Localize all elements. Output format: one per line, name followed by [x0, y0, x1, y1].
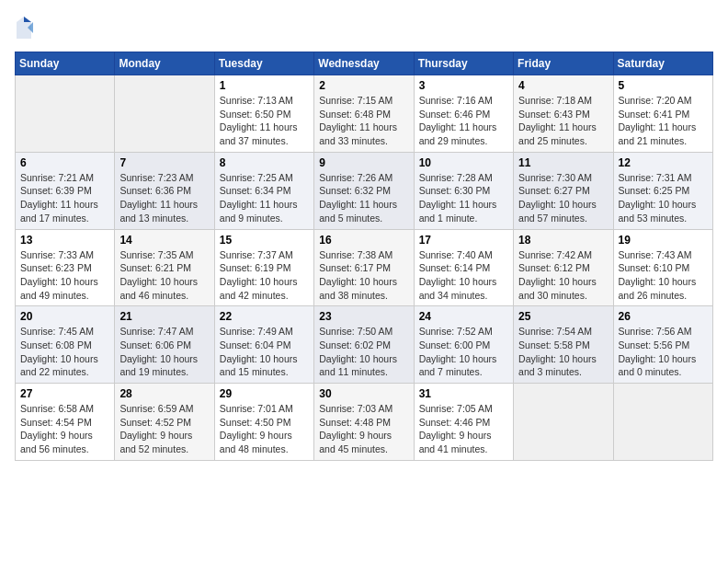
day-number: 19 — [619, 234, 708, 247]
day-info: Sunrise: 7:13 AMSunset: 6:50 PMDaylight:… — [220, 94, 309, 148]
day-number: 24 — [419, 310, 508, 323]
calendar-day-cell — [115, 75, 214, 153]
day-number: 27 — [20, 387, 109, 400]
logo — [15, 15, 37, 40]
day-number: 3 — [419, 79, 508, 92]
calendar-week-row: 20Sunrise: 7:45 AMSunset: 6:08 PMDayligh… — [16, 306, 713, 384]
day-number: 7 — [119, 156, 209, 169]
day-number: 5 — [619, 79, 708, 92]
calendar-day-cell — [613, 384, 712, 461]
calendar-day-cell: 23Sunrise: 7:50 AMSunset: 6:02 PMDayligh… — [314, 306, 414, 384]
calendar-day-cell: 4Sunrise: 7:18 AMSunset: 6:43 PMDaylight… — [514, 75, 613, 153]
day-of-week-header: Monday — [115, 52, 214, 75]
day-number: 21 — [119, 310, 209, 323]
day-info: Sunrise: 7:38 AMSunset: 6:17 PMDaylight:… — [319, 248, 408, 303]
calendar-table: SundayMondayTuesdayWednesdayThursdayFrid… — [15, 52, 713, 461]
day-number: 31 — [419, 387, 508, 400]
day-number: 28 — [119, 387, 209, 400]
day-info: Sunrise: 7:40 AMSunset: 6:14 PMDaylight:… — [419, 248, 508, 303]
calendar-day-cell: 6Sunrise: 7:21 AMSunset: 6:39 PMDaylight… — [16, 152, 115, 229]
calendar-day-cell: 7Sunrise: 7:23 AMSunset: 6:36 PMDaylight… — [115, 152, 214, 229]
day-info: Sunrise: 7:16 AMSunset: 6:46 PMDaylight:… — [419, 94, 508, 148]
calendar-week-row: 13Sunrise: 7:33 AMSunset: 6:23 PMDayligh… — [16, 229, 713, 306]
calendar-day-cell: 1Sunrise: 7:13 AMSunset: 6:50 PMDaylight… — [214, 75, 313, 153]
calendar-day-cell: 27Sunrise: 6:58 AMSunset: 4:54 PMDayligh… — [16, 384, 115, 461]
day-number: 17 — [419, 234, 508, 247]
calendar-day-cell: 30Sunrise: 7:03 AMSunset: 4:48 PMDayligh… — [314, 384, 414, 461]
calendar-day-cell: 20Sunrise: 7:45 AMSunset: 6:08 PMDayligh… — [16, 306, 115, 384]
day-info: Sunrise: 7:31 AMSunset: 6:25 PMDaylight:… — [619, 171, 708, 225]
day-of-week-header: Saturday — [613, 52, 712, 75]
day-info: Sunrise: 7:56 AMSunset: 5:56 PMDaylight:… — [619, 325, 708, 379]
day-info: Sunrise: 6:58 AMSunset: 4:54 PMDaylight:… — [20, 402, 109, 456]
day-number: 16 — [319, 234, 408, 247]
calendar-day-cell: 3Sunrise: 7:16 AMSunset: 6:46 PMDaylight… — [414, 75, 513, 153]
day-info: Sunrise: 7:50 AMSunset: 6:02 PMDaylight:… — [319, 325, 408, 379]
day-info: Sunrise: 7:23 AMSunset: 6:36 PMDaylight:… — [119, 171, 209, 225]
calendar-day-cell: 2Sunrise: 7:15 AMSunset: 6:48 PMDaylight… — [314, 75, 414, 153]
day-info: Sunrise: 7:54 AMSunset: 5:58 PMDaylight:… — [518, 325, 608, 379]
day-of-week-header: Tuesday — [214, 52, 313, 75]
day-info: Sunrise: 7:18 AMSunset: 6:43 PMDaylight:… — [518, 94, 608, 148]
day-info: Sunrise: 7:21 AMSunset: 6:39 PMDaylight:… — [20, 171, 109, 225]
day-number: 6 — [20, 156, 109, 169]
svg-marker-1 — [24, 17, 31, 22]
day-info: Sunrise: 7:37 AMSunset: 6:19 PMDaylight:… — [220, 248, 309, 303]
day-info: Sunrise: 6:59 AMSunset: 4:52 PMDaylight:… — [119, 402, 209, 456]
day-info: Sunrise: 7:47 AMSunset: 6:06 PMDaylight:… — [119, 325, 209, 379]
day-number: 20 — [20, 310, 109, 323]
calendar-day-cell: 19Sunrise: 7:43 AMSunset: 6:10 PMDayligh… — [613, 229, 712, 306]
day-of-week-header: Wednesday — [314, 52, 414, 75]
day-of-week-header: Sunday — [16, 52, 115, 75]
day-info: Sunrise: 7:49 AMSunset: 6:04 PMDaylight:… — [220, 325, 309, 379]
day-info: Sunrise: 7:42 AMSunset: 6:12 PMDaylight:… — [518, 248, 608, 303]
day-number: 25 — [518, 310, 608, 323]
day-info: Sunrise: 7:26 AMSunset: 6:32 PMDaylight:… — [319, 171, 408, 225]
day-info: Sunrise: 7:45 AMSunset: 6:08 PMDaylight:… — [20, 325, 109, 379]
calendar-day-cell: 15Sunrise: 7:37 AMSunset: 6:19 PMDayligh… — [214, 229, 313, 306]
day-info: Sunrise: 7:01 AMSunset: 4:50 PMDaylight:… — [220, 402, 309, 456]
calendar-day-cell: 24Sunrise: 7:52 AMSunset: 6:00 PMDayligh… — [414, 306, 513, 384]
day-number: 2 — [319, 79, 408, 92]
logo-icon — [15, 15, 33, 40]
calendar-day-cell: 29Sunrise: 7:01 AMSunset: 4:50 PMDayligh… — [214, 384, 313, 461]
day-number: 18 — [518, 234, 608, 247]
day-info: Sunrise: 7:28 AMSunset: 6:30 PMDaylight:… — [419, 171, 508, 225]
calendar-day-cell: 11Sunrise: 7:30 AMSunset: 6:27 PMDayligh… — [514, 152, 613, 229]
day-info: Sunrise: 7:15 AMSunset: 6:48 PMDaylight:… — [319, 94, 408, 148]
day-number: 30 — [319, 387, 408, 400]
calendar-header-row: SundayMondayTuesdayWednesdayThursdayFrid… — [16, 52, 713, 75]
calendar-week-row: 27Sunrise: 6:58 AMSunset: 4:54 PMDayligh… — [16, 384, 713, 461]
calendar-day-cell: 21Sunrise: 7:47 AMSunset: 6:06 PMDayligh… — [115, 306, 214, 384]
calendar-week-row: 6Sunrise: 7:21 AMSunset: 6:39 PMDaylight… — [16, 152, 713, 229]
day-number: 26 — [619, 310, 708, 323]
day-number: 4 — [518, 79, 608, 92]
calendar-day-cell: 10Sunrise: 7:28 AMSunset: 6:30 PMDayligh… — [414, 152, 513, 229]
calendar-day-cell: 14Sunrise: 7:35 AMSunset: 6:21 PMDayligh… — [115, 229, 214, 306]
day-info: Sunrise: 7:05 AMSunset: 4:46 PMDaylight:… — [419, 402, 508, 456]
day-number: 10 — [419, 156, 508, 169]
day-number: 8 — [220, 156, 309, 169]
calendar-day-cell: 22Sunrise: 7:49 AMSunset: 6:04 PMDayligh… — [214, 306, 313, 384]
calendar-week-row: 1Sunrise: 7:13 AMSunset: 6:50 PMDaylight… — [16, 75, 713, 153]
day-info: Sunrise: 7:03 AMSunset: 4:48 PMDaylight:… — [319, 402, 408, 456]
day-number: 14 — [119, 234, 209, 247]
calendar-day-cell: 31Sunrise: 7:05 AMSunset: 4:46 PMDayligh… — [414, 384, 513, 461]
day-number: 22 — [220, 310, 309, 323]
day-info: Sunrise: 7:35 AMSunset: 6:21 PMDaylight:… — [119, 248, 209, 303]
day-number: 11 — [518, 156, 608, 169]
calendar-day-cell: 13Sunrise: 7:33 AMSunset: 6:23 PMDayligh… — [16, 229, 115, 306]
day-of-week-header: Thursday — [414, 52, 513, 75]
day-number: 29 — [220, 387, 309, 400]
calendar-day-cell: 12Sunrise: 7:31 AMSunset: 6:25 PMDayligh… — [613, 152, 712, 229]
day-info: Sunrise: 7:43 AMSunset: 6:10 PMDaylight:… — [619, 248, 708, 303]
day-number: 9 — [319, 156, 408, 169]
calendar-day-cell: 25Sunrise: 7:54 AMSunset: 5:58 PMDayligh… — [514, 306, 613, 384]
day-number: 13 — [20, 234, 109, 247]
calendar-day-cell: 16Sunrise: 7:38 AMSunset: 6:17 PMDayligh… — [314, 229, 414, 306]
day-info: Sunrise: 7:52 AMSunset: 6:00 PMDaylight:… — [419, 325, 508, 379]
calendar-day-cell — [514, 384, 613, 461]
day-info: Sunrise: 7:30 AMSunset: 6:27 PMDaylight:… — [518, 171, 608, 225]
calendar-day-cell: 8Sunrise: 7:25 AMSunset: 6:34 PMDaylight… — [214, 152, 313, 229]
day-info: Sunrise: 7:33 AMSunset: 6:23 PMDaylight:… — [20, 248, 109, 303]
